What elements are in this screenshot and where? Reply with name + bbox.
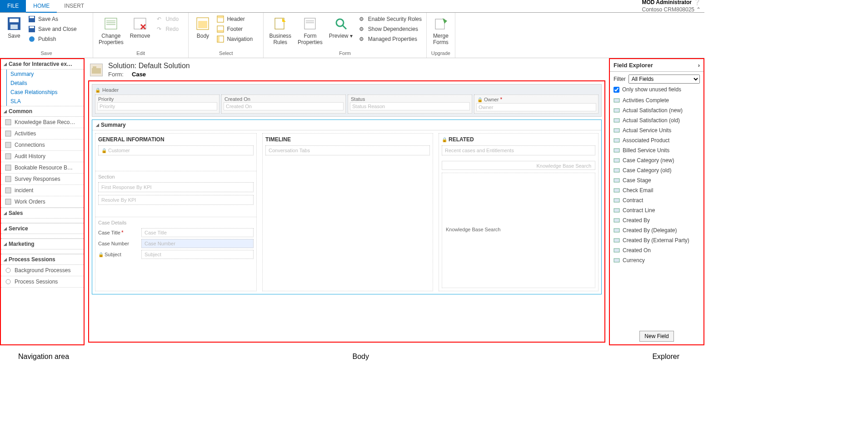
field-icon bbox=[614, 117, 620, 124]
nav-entity-tab[interactable]: Case Relationships bbox=[7, 88, 84, 97]
field-item[interactable]: Created By bbox=[610, 215, 703, 225]
nav-common-item[interactable]: Audit History bbox=[1, 151, 84, 162]
field-item[interactable]: Contract Line bbox=[610, 205, 703, 215]
svg-rect-46 bbox=[614, 159, 619, 162]
field-item[interactable]: Billed Service Units bbox=[610, 145, 703, 155]
explorer-title: Field Explorer bbox=[614, 62, 653, 69]
recent-cases-field[interactable]: Recent cases and Entitlements bbox=[442, 145, 595, 155]
save-and-close-button[interactable]: Save and Close bbox=[26, 25, 90, 34]
field-item[interactable]: Case Category (new) bbox=[610, 155, 703, 165]
header-field[interactable]: 🔒Owner*Owner bbox=[474, 95, 599, 114]
redo-button: ↷Redo bbox=[154, 25, 185, 34]
chevron-right-icon[interactable]: › bbox=[698, 62, 700, 69]
tab-insert[interactable]: INSERT bbox=[57, 0, 91, 12]
body-button[interactable]: Body bbox=[191, 15, 214, 41]
entity-icon bbox=[5, 141, 12, 149]
header-field[interactable]: StatusStatus Reason bbox=[348, 95, 472, 114]
field-icon bbox=[614, 207, 620, 214]
nav-entity-tab[interactable]: SLA bbox=[7, 97, 84, 106]
ribbon-group-save: Save bbox=[2, 50, 91, 58]
svg-rect-28 bbox=[5, 119, 11, 125]
publish-button[interactable]: Publish bbox=[26, 35, 90, 44]
field-icon bbox=[614, 167, 620, 174]
subject-field[interactable]: Subject bbox=[141, 250, 254, 259]
form-header-block[interactable]: 🔒Header PriorityPriorityCreated OnCreate… bbox=[92, 84, 602, 117]
nav-process-item[interactable]: Process Sessions bbox=[1, 276, 84, 288]
lock-icon: 🔒 bbox=[101, 148, 107, 153]
nav-common-item[interactable]: Work Orders bbox=[1, 196, 84, 208]
field-explorer: Field Explorer› Filter All Fields Only s… bbox=[609, 58, 704, 345]
only-unused-checkbox[interactable] bbox=[614, 87, 619, 93]
publish-icon bbox=[28, 35, 35, 43]
show-dependencies-button[interactable]: ⚙Show Dependencies bbox=[356, 25, 424, 34]
nav-process[interactable]: ◢Process Sessions bbox=[1, 254, 84, 265]
nav-common-item[interactable]: Bookable Resource B… bbox=[1, 162, 84, 174]
merge-forms-button[interactable]: Merge Forms bbox=[429, 15, 452, 47]
nav-sales[interactable]: ◢Sales bbox=[1, 208, 84, 219]
save-button[interactable]: Save bbox=[3, 15, 25, 41]
tab-home[interactable]: HOME bbox=[26, 0, 57, 13]
field-item[interactable]: Actual Satisfaction (old) bbox=[610, 115, 703, 125]
field-item[interactable]: Created By (External Party) bbox=[610, 235, 703, 245]
save-as-icon bbox=[28, 15, 35, 23]
filter-select[interactable]: All Fields bbox=[629, 75, 700, 84]
tab-file[interactable]: FILE bbox=[0, 0, 26, 12]
lock-icon: 🔒 bbox=[442, 137, 447, 142]
svg-rect-49 bbox=[614, 189, 619, 192]
form-properties-button[interactable]: Form Properties bbox=[295, 15, 325, 47]
field-item[interactable]: Actual Service Units bbox=[610, 125, 703, 135]
svg-rect-35 bbox=[5, 199, 11, 204]
nav-common[interactable]: ◢Common bbox=[1, 106, 84, 117]
case-title-field[interactable]: Case Title bbox=[141, 228, 254, 237]
nav-entity-tab[interactable]: Summary bbox=[7, 70, 84, 79]
footer-button[interactable]: Footer bbox=[215, 25, 260, 34]
case-number-field[interactable]: Case Number bbox=[141, 239, 254, 248]
field-item[interactable]: Check Email bbox=[610, 185, 703, 195]
nav-service[interactable]: ◢Service bbox=[1, 223, 84, 234]
field-item[interactable]: Created On bbox=[610, 245, 703, 255]
nav-common-item[interactable]: Knowledge Base Reco… bbox=[1, 117, 84, 128]
ribbon-group-form: Form bbox=[265, 50, 424, 58]
nav-common-item[interactable]: incident bbox=[1, 185, 84, 196]
nav-common-item[interactable]: Connections bbox=[1, 139, 84, 151]
enable-security-button[interactable]: ⚙Enable Security Roles bbox=[356, 15, 424, 24]
conversation-tabs-field[interactable]: Conversation Tabs bbox=[265, 145, 430, 155]
remove-button[interactable]: Remove bbox=[127, 15, 153, 41]
field-item[interactable]: Contract bbox=[610, 195, 703, 205]
help-icon[interactable]: ❔ bbox=[693, 0, 701, 5]
header-field[interactable]: PriorityPriority bbox=[95, 95, 219, 114]
new-field-button[interactable]: New Field bbox=[639, 331, 673, 342]
general-info-section[interactable]: GENERAL INFORMATION 🔒 Customer Section F… bbox=[95, 133, 257, 291]
nav-common-item[interactable]: Survey Responses bbox=[1, 174, 84, 185]
managed-properties-button[interactable]: ⚙Managed Properties bbox=[356, 35, 424, 44]
kb-search-field[interactable]: Knowledge Base Search bbox=[442, 161, 595, 170]
nav-process-item[interactable]: Background Processes bbox=[1, 265, 84, 276]
timeline-section[interactable]: TIMELINE Conversation Tabs bbox=[262, 133, 433, 291]
nav-entity-tab[interactable]: Details bbox=[7, 79, 84, 88]
field-item[interactable]: Associated Product bbox=[610, 135, 703, 145]
customer-field[interactable]: 🔒 Customer bbox=[98, 145, 254, 155]
header-field[interactable]: Created OnCreated On bbox=[221, 95, 346, 114]
field-item[interactable]: Activities Complete bbox=[610, 95, 703, 105]
org-name[interactable]: Contoso CRM808025⌃ bbox=[642, 6, 701, 14]
header-button[interactable]: Header bbox=[215, 15, 260, 24]
lock-icon: 🔒 bbox=[95, 88, 100, 93]
field-item[interactable]: Case Category (old) bbox=[610, 165, 703, 175]
body-icon bbox=[195, 16, 210, 31]
change-properties-button[interactable]: Change Properties bbox=[96, 15, 126, 47]
preview-button[interactable]: Preview ▾ bbox=[326, 15, 355, 41]
field-item[interactable]: Currency bbox=[610, 255, 703, 265]
save-as-button[interactable]: Save As bbox=[26, 15, 90, 24]
nav-entity-title[interactable]: ◢Case for Interactive ex… bbox=[1, 59, 84, 70]
nav-common-item[interactable]: Activities bbox=[1, 128, 84, 139]
field-item[interactable]: Actual Satisfaction (new) bbox=[610, 105, 703, 115]
nav-marketing[interactable]: ◢Marketing bbox=[1, 239, 84, 249]
field-item[interactable]: Case Stage bbox=[610, 175, 703, 185]
summary-tab[interactable]: ◢Summary GENERAL INFORMATION 🔒 Customer … bbox=[92, 119, 602, 294]
kpi2-field[interactable]: Resolve By KPI bbox=[98, 195, 254, 205]
kpi1-field[interactable]: First Response By KPI bbox=[98, 182, 254, 192]
related-section[interactable]: 🔒RELATED Recent cases and Entitlements K… bbox=[439, 133, 599, 291]
field-item[interactable]: Created By (Delegate) bbox=[610, 225, 703, 235]
navigation-button[interactable]: Navigation bbox=[215, 35, 260, 44]
business-rules-button[interactable]: Business Rules bbox=[266, 15, 294, 47]
